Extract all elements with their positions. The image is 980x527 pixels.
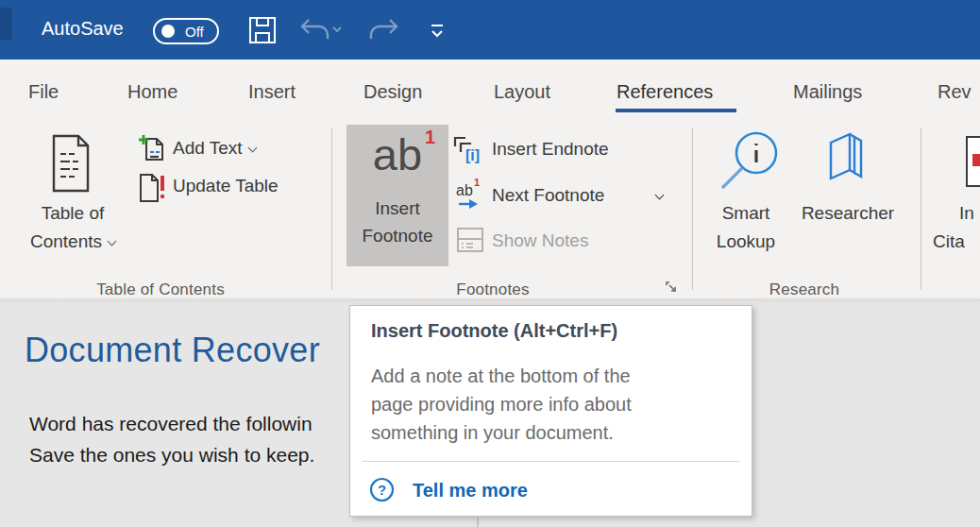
page-edge bbox=[477, 518, 479, 527]
table-of-contents-icon bbox=[49, 134, 93, 193]
chevron-overline-icon bbox=[427, 24, 448, 40]
svg-text:[i]: [i] bbox=[465, 147, 480, 163]
chevron-down-icon bbox=[247, 144, 257, 153]
insert-footnote-icon-sup: 1 bbox=[425, 127, 435, 147]
toc-group-label: Table of Contents bbox=[57, 280, 264, 299]
redo-icon bbox=[366, 17, 400, 43]
next-footnote-label[interactable]: Next Footnote bbox=[492, 185, 604, 206]
tab-layout[interactable]: Layout bbox=[494, 81, 550, 103]
next-footnote-icon: ab 1 bbox=[456, 180, 488, 212]
tab-design[interactable]: Design bbox=[363, 81, 422, 103]
chevron-down-icon bbox=[108, 237, 117, 246]
document-recovery-text-line1: Word has recovered the followin bbox=[29, 413, 313, 435]
tooltip-title: Insert Footnote (Alt+Ctrl+F) bbox=[371, 320, 617, 342]
smart-lookup-icon bbox=[714, 128, 782, 195]
tab-insert[interactable]: Insert bbox=[248, 81, 296, 103]
dialog-launcher-icon bbox=[665, 280, 678, 294]
undo-icon bbox=[298, 17, 344, 43]
add-text-text: Add Text bbox=[173, 138, 243, 158]
update-table-icon bbox=[138, 172, 166, 204]
group-divider bbox=[921, 128, 921, 290]
app-icon-edge bbox=[0, 8, 12, 40]
insert-footnote-label-line2: Footnote bbox=[346, 222, 448, 249]
tab-references[interactable]: References bbox=[617, 81, 713, 103]
smart-lookup-label-line2: Lookup bbox=[703, 231, 788, 252]
ribbon-tab-bar: File Home Insert Design Layout Reference… bbox=[0, 60, 980, 118]
ribbon: Table of Contents Add Text bbox=[0, 118, 980, 298]
next-footnote-icon-text: ab bbox=[456, 182, 473, 199]
customize-qat-button[interactable] bbox=[427, 24, 448, 43]
help-icon: ? bbox=[369, 477, 395, 506]
researcher-icon bbox=[819, 130, 874, 191]
tooltip-body-line3: something in your document. bbox=[371, 422, 614, 444]
save-icon bbox=[247, 15, 278, 45]
insert-footnote-icon-text: ab bbox=[373, 129, 422, 179]
footnotes-dialog-launcher[interactable] bbox=[665, 280, 678, 298]
autosave-toggle-knob bbox=[161, 25, 175, 38]
update-table-label[interactable]: Update Table bbox=[173, 176, 279, 196]
smart-lookup-button[interactable] bbox=[714, 128, 782, 198]
save-button[interactable] bbox=[247, 15, 278, 49]
insert-endnote-icon: [i] bbox=[453, 136, 487, 164]
toc-button-label-text: Contents bbox=[30, 231, 102, 251]
tab-file[interactable]: File bbox=[28, 81, 59, 103]
show-notes-icon bbox=[456, 227, 484, 253]
add-text-icon bbox=[138, 134, 166, 164]
document-recovery-text-line2: Save the ones you wish to keep. bbox=[29, 444, 314, 467]
insert-citation-label-line2: Cita bbox=[933, 231, 965, 252]
svg-text:?: ? bbox=[378, 482, 386, 498]
arrow-right-icon bbox=[458, 199, 481, 211]
tooltip-divider bbox=[362, 461, 739, 462]
insert-footnote-tooltip: Insert Footnote (Alt+Ctrl+F) Add a note … bbox=[349, 305, 752, 517]
tab-review[interactable]: Rev bbox=[938, 81, 972, 103]
autosave-toggle[interactable]: Off bbox=[153, 18, 219, 44]
toc-button-label-line1: Table of bbox=[11, 203, 134, 224]
insert-footnote-label-line1: Insert bbox=[346, 195, 448, 222]
insert-footnote-button[interactable]: ab 1 Insert Footnote bbox=[346, 125, 448, 266]
word-window: AutoSave Off bbox=[0, 0, 980, 527]
tooltip-body-line2: page providing more info about bbox=[371, 394, 632, 416]
smart-lookup-label-line1: Smart bbox=[703, 203, 788, 224]
researcher-label: Researcher bbox=[791, 203, 904, 224]
toc-button-label-line2: Contents bbox=[11, 231, 134, 252]
insert-citation-icon[interactable] bbox=[966, 136, 980, 187]
tab-mailings[interactable]: Mailings bbox=[793, 81, 862, 103]
group-divider bbox=[692, 128, 693, 290]
tell-me-more-link[interactable]: Tell me more bbox=[413, 480, 528, 502]
group-divider bbox=[331, 128, 332, 290]
insert-endnote-label[interactable]: Insert Endnote bbox=[492, 139, 609, 160]
show-notes-label: Show Notes bbox=[492, 230, 588, 251]
document-recovery-heading: Document Recover bbox=[25, 331, 320, 370]
add-text-label[interactable]: Add Text bbox=[173, 138, 256, 159]
next-footnote-icon-sup: 1 bbox=[474, 177, 480, 188]
research-group-label: Research bbox=[748, 280, 861, 299]
autosave-state-label: Off bbox=[185, 24, 204, 40]
tooltip-body-line1: Add a note at the bottom of the bbox=[371, 366, 631, 387]
insert-citation-icon-mark bbox=[972, 154, 980, 166]
insert-footnote-icon: ab 1 bbox=[373, 130, 422, 179]
active-tab-indicator bbox=[616, 109, 736, 112]
update-table-button[interactable] bbox=[138, 172, 166, 208]
show-notes-button bbox=[456, 227, 484, 257]
redo-button[interactable] bbox=[366, 17, 400, 47]
researcher-button[interactable] bbox=[819, 130, 874, 195]
question-circle-icon: ? bbox=[369, 477, 395, 502]
add-text-button[interactable] bbox=[138, 134, 166, 168]
insert-endnote-button[interactable]: [i] bbox=[453, 136, 487, 168]
autosave-label: AutoSave bbox=[42, 18, 124, 40]
tab-home[interactable]: Home bbox=[127, 81, 177, 103]
footnotes-group-label: Footnotes bbox=[408, 280, 578, 299]
undo-button[interactable] bbox=[298, 17, 344, 47]
insert-citation-label-line1: In bbox=[959, 203, 974, 224]
table-of-contents-button[interactable] bbox=[49, 134, 93, 196]
title-bar: AutoSave Off bbox=[0, 0, 980, 60]
chevron-down-icon[interactable] bbox=[655, 191, 665, 200]
